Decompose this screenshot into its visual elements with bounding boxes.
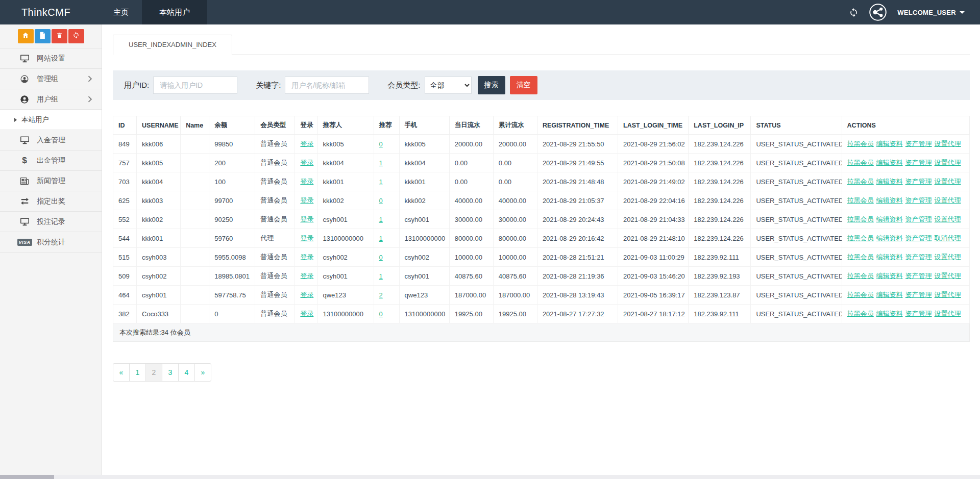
search-button[interactable]: 搜索 bbox=[478, 76, 505, 94]
action-link-设置代理[interactable]: 设置代理 bbox=[935, 159, 961, 166]
action-link-拉黑会员[interactable]: 拉黑会员 bbox=[847, 140, 874, 147]
brand-logo[interactable]: ThinkCMF bbox=[0, 0, 92, 24]
referral-count-link[interactable]: 0 bbox=[379, 310, 383, 318]
action-link-拉黑会员[interactable]: 拉黑会员 bbox=[847, 272, 874, 280]
action-link-资产管理[interactable]: 资产管理 bbox=[905, 234, 932, 242]
action-link-设置代理[interactable]: 设置代理 bbox=[935, 272, 961, 280]
navbar-tab-home[interactable]: 主页 bbox=[100, 0, 142, 24]
action-link-设置代理[interactable]: 设置代理 bbox=[935, 140, 961, 147]
page-item-«[interactable]: « bbox=[113, 363, 130, 382]
keyword-input[interactable] bbox=[285, 77, 369, 94]
column-header-7: 推荐 bbox=[374, 116, 399, 135]
action-link-编辑资料[interactable]: 编辑资料 bbox=[876, 196, 903, 204]
sidebar-item-积分统计[interactable]: VISA积分统计 bbox=[0, 232, 102, 253]
sidebar-item-出金管理[interactable]: $出金管理 bbox=[0, 150, 102, 171]
action-link-资产管理[interactable]: 资产管理 bbox=[905, 253, 932, 261]
action-link-资产管理[interactable]: 资产管理 bbox=[905, 196, 932, 204]
action-link-资产管理[interactable]: 资产管理 bbox=[905, 291, 932, 298]
login-link[interactable]: 登录 bbox=[300, 178, 313, 185]
action-link-设置代理[interactable]: 设置代理 bbox=[935, 178, 961, 185]
action-link-资产管理[interactable]: 资产管理 bbox=[905, 310, 932, 317]
login-link[interactable]: 登录 bbox=[300, 253, 313, 261]
login-link[interactable]: 登录 bbox=[300, 291, 313, 298]
sidebar-item-指定出奖[interactable]: 指定出奖 bbox=[0, 191, 102, 212]
avatar[interactable] bbox=[869, 3, 887, 21]
referral-count-link[interactable]: 0 bbox=[379, 140, 383, 148]
referral-count-link[interactable]: 1 bbox=[379, 216, 383, 223]
referral-count-link[interactable]: 1 bbox=[379, 272, 383, 280]
referral-count-link[interactable]: 0 bbox=[379, 197, 383, 205]
member-type-select[interactable]: 全部 bbox=[425, 77, 472, 94]
users-table-wrap: IDUSERNAMEName余额会员类型登录推荐人推荐手机当日流水累计流水REG… bbox=[113, 116, 970, 323]
trash-button[interactable] bbox=[52, 29, 67, 43]
login-link[interactable]: 登录 bbox=[300, 272, 313, 280]
sidebar-item-新闻管理[interactable]: 新闻管理 bbox=[0, 171, 102, 191]
login-link[interactable]: 登录 bbox=[300, 215, 313, 223]
recycle-button[interactable] bbox=[68, 29, 84, 43]
horizontal-scrollbar[interactable] bbox=[0, 475, 980, 479]
action-link-编辑资料[interactable]: 编辑资料 bbox=[876, 234, 903, 242]
action-link-资产管理[interactable]: 资产管理 bbox=[905, 140, 932, 147]
cell-name bbox=[181, 229, 209, 248]
action-link-拉黑会员[interactable]: 拉黑会员 bbox=[847, 196, 874, 204]
action-link-编辑资料[interactable]: 编辑资料 bbox=[876, 272, 903, 280]
action-link-编辑资料[interactable]: 编辑资料 bbox=[876, 291, 903, 298]
action-link-设置代理[interactable]: 设置代理 bbox=[935, 215, 961, 223]
login-link[interactable]: 登录 bbox=[300, 310, 313, 317]
action-link-拉黑会员[interactable]: 拉黑会员 bbox=[847, 234, 874, 242]
referral-count-link[interactable]: 1 bbox=[379, 235, 383, 242]
action-link-拉黑会员[interactable]: 拉黑会员 bbox=[847, 310, 874, 317]
action-link-设置代理[interactable]: 设置代理 bbox=[935, 310, 961, 317]
action-link-拉黑会员[interactable]: 拉黑会员 bbox=[847, 159, 874, 166]
home-button[interactable] bbox=[18, 29, 34, 43]
page-item-3[interactable]: 3 bbox=[162, 363, 179, 382]
action-link-资产管理[interactable]: 资产管理 bbox=[905, 178, 932, 185]
tab-user-index[interactable]: USER_INDEXADMIN_INDEX bbox=[113, 35, 232, 55]
action-link-设置代理[interactable]: 设置代理 bbox=[935, 253, 961, 261]
sidebar-item-入金管理[interactable]: 入金管理 bbox=[0, 130, 102, 150]
action-link-拉黑会员[interactable]: 拉黑会员 bbox=[847, 291, 874, 298]
action-link-资产管理[interactable]: 资产管理 bbox=[905, 159, 932, 166]
action-link-编辑资料[interactable]: 编辑资料 bbox=[876, 140, 903, 147]
action-link-设置代理[interactable]: 设置代理 bbox=[935, 196, 961, 204]
action-link-编辑资料[interactable]: 编辑资料 bbox=[876, 253, 903, 261]
action-link-编辑资料[interactable]: 编辑资料 bbox=[876, 159, 903, 166]
action-link-拉黑会员[interactable]: 拉黑会员 bbox=[847, 253, 874, 261]
column-header-14: STATUS bbox=[751, 116, 842, 135]
page-item-1[interactable]: 1 bbox=[129, 363, 146, 382]
action-link-编辑资料[interactable]: 编辑资料 bbox=[876, 178, 903, 185]
file-button[interactable] bbox=[35, 29, 51, 43]
action-link-拉黑会员[interactable]: 拉黑会员 bbox=[847, 215, 874, 223]
login-link[interactable]: 登录 bbox=[300, 196, 313, 204]
cell-last_login: 2021-08-29 21:48:10 bbox=[618, 229, 689, 248]
page-item-»[interactable]: » bbox=[194, 363, 211, 382]
login-link[interactable]: 登录 bbox=[300, 140, 313, 147]
action-link-编辑资料[interactable]: 编辑资料 bbox=[876, 215, 903, 223]
refresh-icon[interactable] bbox=[849, 8, 859, 17]
action-link-取消代理[interactable]: 取消代理 bbox=[935, 234, 961, 242]
sidebar-item-投注记录[interactable]: 投注记录 bbox=[0, 212, 102, 232]
referral-count-link[interactable]: 2 bbox=[379, 291, 383, 299]
scrollbar-thumb[interactable] bbox=[0, 475, 54, 479]
cell-ip: 182.239.92.193 bbox=[689, 267, 751, 286]
user-id-input[interactable] bbox=[153, 77, 237, 94]
page-item-4[interactable]: 4 bbox=[178, 363, 195, 382]
action-link-拉黑会员[interactable]: 拉黑会员 bbox=[847, 178, 874, 185]
login-link[interactable]: 登录 bbox=[300, 234, 313, 242]
sidebar-item-本站用户[interactable]: 本站用户 bbox=[0, 110, 102, 130]
referral-count-link[interactable]: 1 bbox=[379, 159, 383, 167]
sidebar-item-用户组[interactable]: 用户组 bbox=[0, 89, 102, 110]
cell-balance: 18985.0801 bbox=[209, 267, 255, 286]
sidebar-item-网站设置[interactable]: 网站设置 bbox=[0, 48, 102, 69]
sidebar-item-管理组[interactable]: 管理组 bbox=[0, 69, 102, 89]
login-link[interactable]: 登录 bbox=[300, 159, 313, 166]
referral-count-link[interactable]: 1 bbox=[379, 178, 383, 186]
clear-button[interactable]: 清空 bbox=[510, 76, 537, 94]
action-link-编辑资料[interactable]: 编辑资料 bbox=[876, 310, 903, 317]
user-menu[interactable]: WELCOME_USER bbox=[897, 9, 965, 16]
action-link-资产管理[interactable]: 资产管理 bbox=[905, 272, 932, 280]
referral-count-link[interactable]: 0 bbox=[379, 254, 383, 261]
action-link-设置代理[interactable]: 设置代理 bbox=[935, 291, 961, 298]
action-link-资产管理[interactable]: 资产管理 bbox=[905, 215, 932, 223]
navbar-tab-site-users[interactable]: 本站用户 bbox=[142, 0, 207, 24]
